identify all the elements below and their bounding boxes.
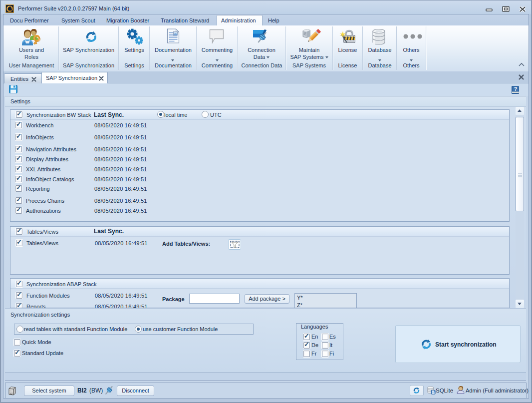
svg-text:?: ? <box>514 86 517 92</box>
